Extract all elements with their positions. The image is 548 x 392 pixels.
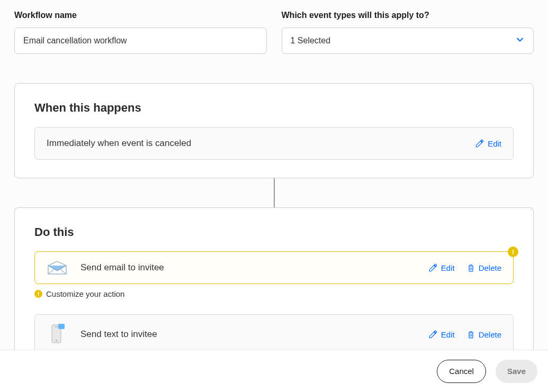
pencil-icon xyxy=(475,139,484,148)
phone-text-icon xyxy=(47,323,68,345)
action-right: Edit Delete xyxy=(428,330,501,339)
customize-action-hint[interactable]: ! Customize your action xyxy=(34,289,514,298)
event-types-group: Which event types will this apply to? 1 … xyxy=(282,11,534,54)
event-types-select-wrap: 1 Selected xyxy=(282,28,534,54)
trigger-description: Immediately when event is canceled xyxy=(47,138,191,149)
trigger-edit-label: Edit xyxy=(488,139,501,148)
workflow-name-group: Workflow name xyxy=(14,11,267,54)
footer-bar: Cancel Save xyxy=(0,350,548,392)
action-send-email: Send email to invitee Edit Delete ! xyxy=(34,251,514,284)
trigger-edit-button[interactable]: Edit xyxy=(475,139,501,148)
flow-connector xyxy=(274,178,275,207)
trigger-box: Immediately when event is canceled Edit xyxy=(34,127,514,160)
action-right: Edit Delete xyxy=(428,263,501,272)
svg-point-2 xyxy=(56,340,57,341)
actions-card: Do this Send email to invitee Edit Delet… xyxy=(14,207,534,355)
delete-label: Delete xyxy=(479,263,501,272)
action-delete-button[interactable]: Delete xyxy=(466,330,501,339)
event-types-label: Which event types will this apply to? xyxy=(282,11,534,20)
save-button[interactable]: Save xyxy=(496,360,537,383)
cancel-button[interactable]: Cancel xyxy=(437,360,486,383)
action-left: Send text to invitee xyxy=(47,323,157,345)
action-send-text: Send text to invitee Edit Delete xyxy=(34,314,514,354)
top-fields-row: Workflow name Which event types will thi… xyxy=(14,11,534,54)
svg-rect-3 xyxy=(58,324,65,329)
warning-badge-icon: ! xyxy=(508,247,518,257)
warning-dot-icon: ! xyxy=(34,290,42,298)
delete-label: Delete xyxy=(479,330,501,339)
customize-hint-text: Customize your action xyxy=(46,289,124,298)
trigger-card: When this happens Immediately when event… xyxy=(14,83,534,178)
workflow-editor: Workflow name Which event types will thi… xyxy=(0,0,548,355)
action-left: Send email to invitee xyxy=(47,260,164,275)
pencil-icon xyxy=(428,330,438,339)
action-label: Send email to invitee xyxy=(80,262,164,273)
workflow-name-label: Workflow name xyxy=(14,11,267,20)
trash-icon xyxy=(466,263,475,272)
edit-label: Edit xyxy=(441,330,455,339)
trash-icon xyxy=(466,330,475,339)
event-types-selected-text: 1 Selected xyxy=(291,36,331,45)
action-edit-button[interactable]: Edit xyxy=(428,263,455,272)
event-types-select[interactable]: 1 Selected xyxy=(282,28,534,54)
actions-section-title: Do this xyxy=(34,225,514,239)
trigger-section-title: When this happens xyxy=(34,101,514,115)
action-label: Send text to invitee xyxy=(80,329,157,340)
svg-rect-1 xyxy=(55,326,58,327)
action-delete-button[interactable]: Delete xyxy=(466,263,501,272)
pencil-icon xyxy=(428,263,438,272)
workflow-name-input[interactable] xyxy=(14,28,267,54)
email-icon xyxy=(47,260,68,275)
action-edit-button[interactable]: Edit xyxy=(428,330,455,339)
edit-label: Edit xyxy=(441,263,455,272)
